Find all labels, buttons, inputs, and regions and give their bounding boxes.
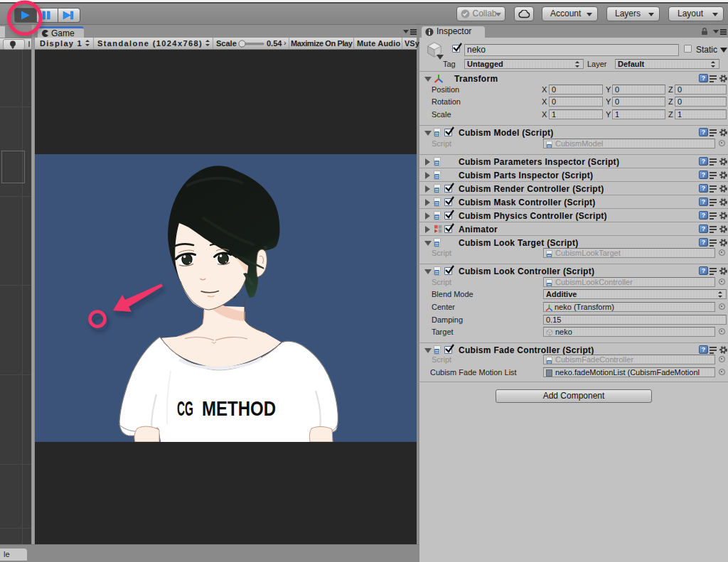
svg-text:CG: CG bbox=[177, 396, 193, 420]
svg-text:METHOD: METHOD bbox=[202, 396, 276, 420]
